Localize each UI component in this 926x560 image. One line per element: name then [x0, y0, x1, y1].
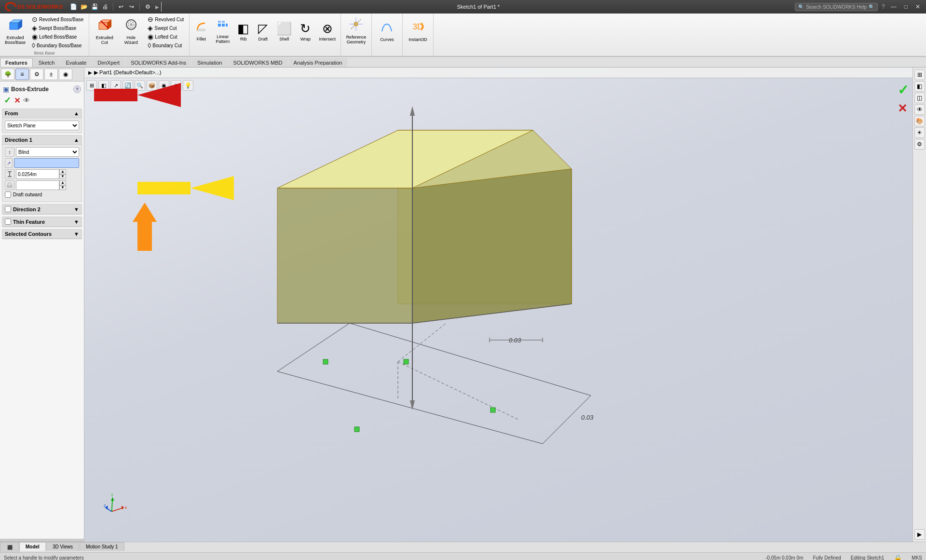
- property-manager-tab[interactable]: ≡: [15, 68, 29, 80]
- pm-thin-header[interactable]: Thin Feature ▼: [2, 217, 82, 227]
- swept-boss-btn[interactable]: ◈ Swept Boss/Base: [30, 24, 85, 32]
- display-manager-tab[interactable]: ◉: [59, 68, 72, 80]
- redo-btn[interactable]: ↪: [127, 2, 136, 12]
- reference-geometry-btn[interactable]: ReferenceGeometry: [343, 16, 369, 45]
- new-btn[interactable]: 📄: [68, 2, 78, 12]
- pm-contours-collapse[interactable]: ▼: [74, 231, 79, 237]
- minimize-btn[interactable]: —: [889, 3, 899, 10]
- hole-wizard-btn[interactable]: HoleWizard: [118, 14, 144, 49]
- help-btn[interactable]: ?: [882, 3, 885, 10]
- close-btn[interactable]: ✕: [913, 3, 922, 10]
- tab-dimxpert[interactable]: DimXpert: [92, 58, 125, 67]
- tab-analysis[interactable]: Analysis Preparation: [288, 58, 348, 67]
- pm-contours-header[interactable]: Selected Contours ▼: [2, 230, 82, 239]
- feature-manager-tab[interactable]: 🌳: [1, 68, 14, 80]
- open-btn[interactable]: 📂: [79, 2, 89, 12]
- pm-cancel-btn[interactable]: ✕: [14, 96, 20, 105]
- pm-dir2-collapse[interactable]: ▼: [74, 206, 79, 212]
- tab-evaluate[interactable]: Evaluate: [61, 58, 92, 67]
- search-bar[interactable]: 🔍 Search SOLIDWORKS Help 🔍: [795, 3, 878, 11]
- svg-marker-35: [410, 106, 415, 116]
- main-area: 🌳 ≡ ⚙ ± ◉ ▣ Boss-Extrude ? ✓ ✕ �: [0, 68, 926, 542]
- pm-depth-up[interactable]: ▲: [59, 169, 66, 174]
- maximize-btn[interactable]: □: [902, 3, 910, 10]
- instant3d-btn[interactable]: 3D Instant3D: [405, 16, 431, 45]
- curves-btn[interactable]: Curves: [374, 16, 400, 45]
- pm-dir2-checkbox[interactable]: [5, 206, 11, 212]
- tab-features[interactable]: Features: [0, 58, 33, 67]
- extruded-cut-btn[interactable]: ExtrudedCut: [91, 14, 118, 49]
- rt-section-view-btn[interactable]: ◧: [914, 81, 925, 92]
- viewport[interactable]: ▶ ▶ Part1 (Default<Default>...) ⊞ ◧ ↗ 🔄 …: [84, 68, 912, 542]
- tab-addins[interactable]: SOLIDWORKS Add-Ins: [125, 58, 191, 67]
- quick-access-toolbar: 📄 📂 💾 🖨 ↩ ↪ ⚙ ▶: [67, 2, 162, 12]
- rt-hide-show-btn[interactable]: 👁: [914, 104, 925, 115]
- pm-ok-btn[interactable]: ✓: [4, 95, 11, 106]
- revolved-cut-btn[interactable]: ⊖ Revolved Cut: [146, 15, 185, 24]
- extruded-boss-base-btn[interactable]: ExtrudedBoss/Base: [2, 14, 28, 49]
- model-icon-btn[interactable]: ⬛: [0, 542, 19, 553]
- shell-btn[interactable]: ⬜ Shell: [273, 14, 295, 49]
- wrap-btn[interactable]: ↻ Wrap: [297, 14, 314, 49]
- bottom-tab-model[interactable]: Model: [19, 542, 46, 551]
- pm-vertex-input[interactable]: [14, 158, 79, 168]
- tab-sketch[interactable]: Sketch: [33, 58, 60, 67]
- swept-cut-btn[interactable]: ◈ Swept Cut: [146, 24, 185, 32]
- pm-draft-icon: [5, 180, 14, 190]
- config-manager-tab[interactable]: ⚙: [30, 68, 43, 80]
- pm-splitter[interactable]: [0, 539, 84, 542]
- pm-depth-input[interactable]: [16, 169, 59, 179]
- sw-logo[interactable]: DS SOLIDWORKS: [0, 2, 67, 12]
- boundary-cut-btn[interactable]: ◊ Boundary Cut: [146, 41, 185, 50]
- draft-btn[interactable]: ◸ Draft: [254, 14, 272, 49]
- pm-thin-collapse[interactable]: ▼: [74, 219, 79, 225]
- pm-draft-up[interactable]: ▲: [59, 180, 66, 185]
- lofted-cut-btn[interactable]: ◉ Lofted Cut: [146, 32, 185, 41]
- ribbon-section-features: Fillet LinearPattern ◧ Rib: [190, 14, 341, 57]
- expand-btn[interactable]: ▶: [88, 70, 92, 75]
- fillet-btn[interactable]: Fillet: [191, 14, 211, 49]
- save-btn[interactable]: 💾: [90, 2, 99, 12]
- pm-from-collapse[interactable]: ▲: [74, 110, 79, 116]
- ribbon-section-ref-geo: ReferenceGeometry: [341, 14, 372, 57]
- pm-depth-down[interactable]: ▼: [59, 174, 66, 179]
- rt-view-orient-btn[interactable]: ⊞: [914, 69, 925, 80]
- pm-from-header[interactable]: From ▲: [2, 109, 82, 118]
- pm-draft-input[interactable]: [16, 180, 59, 190]
- lofted-boss-btn[interactable]: ◉ Lofted Boss/Base: [30, 32, 85, 41]
- options-btn[interactable]: ⚙: [143, 2, 152, 12]
- print-btn[interactable]: 🖨: [100, 2, 110, 12]
- rt-edit-appear-btn[interactable]: 🎨: [914, 116, 925, 126]
- boundary-boss-btn[interactable]: ◊ Boundary Boss/Base: [30, 41, 85, 50]
- bottom-tab-motion[interactable]: Motion Study 1: [80, 542, 124, 551]
- pm-draft-outward-checkbox[interactable]: [5, 191, 11, 198]
- linear-pattern-btn[interactable]: LinearPattern: [213, 14, 232, 49]
- rt-view-settings-btn[interactable]: ⚙: [914, 139, 925, 150]
- rt-scenes-btn[interactable]: ☀: [914, 127, 925, 138]
- pm-help-btn[interactable]: ?: [73, 85, 81, 93]
- pm-draft-down[interactable]: ▼: [59, 185, 66, 190]
- tab-simulation[interactable]: Simulation: [192, 58, 227, 67]
- rt-collapse-btn[interactable]: ▶: [914, 529, 925, 540]
- pm-from-dropdown[interactable]: Sketch Plane Surface/Face/Plane Vertex O…: [5, 121, 79, 130]
- pm-dir1-flip-btn[interactable]: ↕: [5, 147, 14, 157]
- pm-dir1-type-dropdown[interactable]: Blind Through All Up To Next Up To Verte…: [16, 147, 79, 157]
- pm-thin-checkbox[interactable]: [5, 219, 11, 225]
- ribbon-section-curves: Curves: [372, 14, 403, 57]
- rib-btn[interactable]: ◧ Rib: [234, 14, 252, 49]
- tab-mbd[interactable]: SOLIDWORKS MBD: [228, 58, 287, 67]
- instant3d-label: Instant3D: [409, 38, 427, 42]
- intersect-btn[interactable]: ⊗ Intersect: [316, 14, 339, 49]
- confirm-cancel-btn[interactable]: ✕: [898, 102, 909, 115]
- confirm-ok-btn[interactable]: ✓: [898, 82, 909, 98]
- revolved-boss-btn[interactable]: ⊙ Revolved Boss/Base: [30, 15, 85, 24]
- pm-dir1-header[interactable]: Direction 1 ▲: [2, 136, 82, 145]
- svg-marker-56: [111, 497, 114, 501]
- pm-dir2-header[interactable]: Direction 2 ▼: [2, 205, 82, 214]
- pm-dir1-collapse[interactable]: ▲: [74, 137, 79, 143]
- undo-btn[interactable]: ↩: [116, 2, 126, 12]
- bottom-tab-3dviews[interactable]: 3D Views: [46, 542, 79, 551]
- pm-preview-btn[interactable]: 👁: [23, 96, 30, 104]
- dimxpert-manager-tab[interactable]: ±: [44, 68, 58, 80]
- rt-view-foreshort-btn[interactable]: ◫: [914, 93, 925, 103]
